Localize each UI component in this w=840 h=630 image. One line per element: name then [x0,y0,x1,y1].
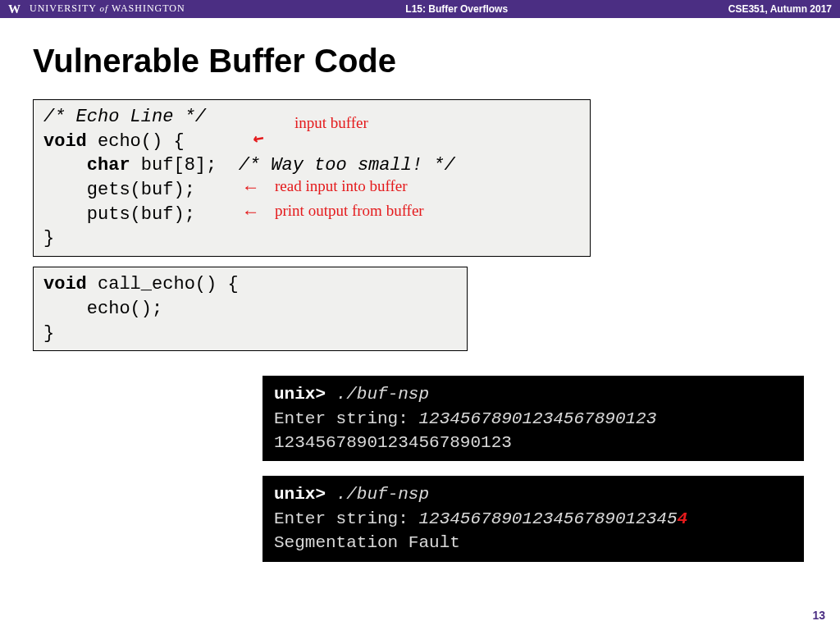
code-kw: char [87,155,130,176]
term-label: Enter string: [274,509,418,528]
lecture-title: L15: Buffer Overflows [185,3,728,15]
page-number: 13 [812,609,825,622]
code-text: echo() { [87,131,185,152]
term-label: Enter string: [274,409,418,428]
uw-w-icon: W [8,2,21,16]
code-comment: /* Echo Line */ [43,107,206,127]
code-block-echo: /* Echo Line */ void echo() { char buf[8… [33,99,591,257]
terminal-output-1: unix> ./buf-nsp Enter string: 1234567890… [262,376,804,461]
code-text: buf[8]; [130,155,239,176]
uw-university: UNIVERSITY [30,2,97,14]
term-input: 1234567890123456789012345 [418,509,677,528]
term-output: 12345678901234567890123 [274,431,792,454]
code-line: puts(buf); [43,203,580,227]
code-kw: void [43,131,87,152]
term-cmd: ./buf-nsp [336,385,429,404]
term-input-overflow: 4 [678,509,688,528]
course-term: CSE351, Autumn 2017 [728,3,832,15]
code-line: } [43,226,580,251]
code-line: echo(); [43,297,457,322]
term-cmd: ./buf-nsp [336,485,429,504]
term-output: Segmentation Fault [274,531,792,555]
code-comment: /* Way too small! */ [239,155,455,176]
terminal-output-2: unix> ./buf-nsp Enter string: 1234567890… [262,476,804,561]
term-input: 12345678901234567890123 [418,409,656,428]
code-block-call-echo: void call_echo() { echo(); } [33,267,468,351]
slide-header: W UNIVERSITY of WASHINGTON L15: Buffer O… [0,0,840,18]
code-indent [43,155,87,176]
term-prompt: unix> [274,485,326,504]
code-text: call_echo() { [87,274,239,294]
page-title: Vulnerable Buffer Code [33,43,807,80]
code-line: gets(buf); [43,178,580,203]
uw-of: of [100,3,109,13]
slide-content: Vulnerable Buffer Code /* Echo Line */ v… [0,18,840,562]
code-line: } [43,322,457,346]
uw-washington: WASHINGTON [112,2,185,14]
term-prompt: unix> [274,385,326,404]
code-kw: void [43,274,87,294]
terminal-group: unix> ./buf-nsp Enter string: 1234567890… [262,376,804,561]
uw-logo-text: W UNIVERSITY of WASHINGTON [8,2,185,16]
